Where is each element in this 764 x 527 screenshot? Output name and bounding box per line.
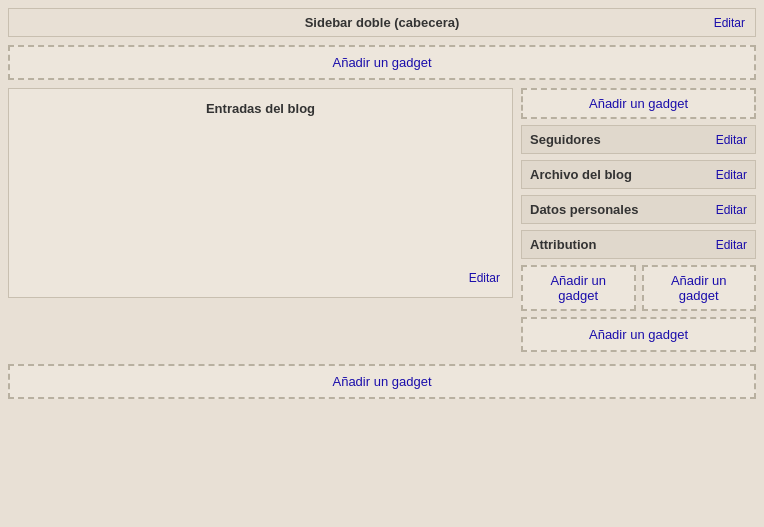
page-wrapper: Sidebar doble (cabecera) Editar Añadir u… [0, 0, 764, 407]
gadget-archivo: Archivo del blog Editar [521, 160, 756, 189]
sidebar-add-gadget-bottom-link[interactable]: Añadir un gadget [589, 327, 688, 342]
sidebar-add-gadget-half-left: Añadir un gadget [521, 265, 636, 311]
gadget-seguidores: Seguidores Editar [521, 125, 756, 154]
top-add-gadget-bar: Añadir un gadget [8, 45, 756, 80]
sidebar-add-gadget-half-right: Añadir un gadget [642, 265, 757, 311]
gadget-datos-title: Datos personales [530, 202, 638, 217]
gadget-archivo-edit[interactable]: Editar [716, 168, 747, 182]
footer-add-gadget-link[interactable]: Añadir un gadget [332, 374, 431, 389]
gadget-archivo-title: Archivo del blog [530, 167, 632, 182]
blog-posts-title: Entradas del blog [17, 97, 504, 120]
sidebar-add-gadget-row: Añadir un gadget Añadir un gadget [521, 265, 756, 311]
sidebar-add-gadget-top-link[interactable]: Añadir un gadget [589, 96, 688, 111]
top-add-gadget-link[interactable]: Añadir un gadget [332, 55, 431, 70]
sidebar-add-gadget-right-link[interactable]: Añadir un gadget [671, 273, 727, 303]
blog-posts-section: Entradas del blog Editar [8, 88, 513, 298]
gadget-seguidores-edit[interactable]: Editar [716, 133, 747, 147]
main-area: Entradas del blog Editar Añadir un gadge… [8, 88, 756, 352]
sidebar-add-gadget-top: Añadir un gadget [521, 88, 756, 119]
sidebar-add-gadget-bottom: Añadir un gadget [521, 317, 756, 352]
header-section: Sidebar doble (cabecera) Editar [8, 8, 756, 37]
gadget-attribution-edit[interactable]: Editar [716, 238, 747, 252]
header-edit-link[interactable]: Editar [714, 16, 745, 30]
gadget-attribution-title: Attribution [530, 237, 596, 252]
gadget-datos-edit[interactable]: Editar [716, 203, 747, 217]
blog-posts-edit-link[interactable]: Editar [469, 271, 500, 285]
gadget-datos: Datos personales Editar [521, 195, 756, 224]
footer-add-gadget: Añadir un gadget [8, 364, 756, 399]
sidebar-add-gadget-left-link[interactable]: Añadir un gadget [550, 273, 606, 303]
blog-posts-edit-container: Editar [17, 266, 504, 289]
right-sidebar: Añadir un gadget Seguidores Editar Archi… [521, 88, 756, 352]
gadget-seguidores-title: Seguidores [530, 132, 601, 147]
header-title: Sidebar doble (cabecera) [261, 15, 503, 30]
gadget-attribution: Attribution Editar [521, 230, 756, 259]
